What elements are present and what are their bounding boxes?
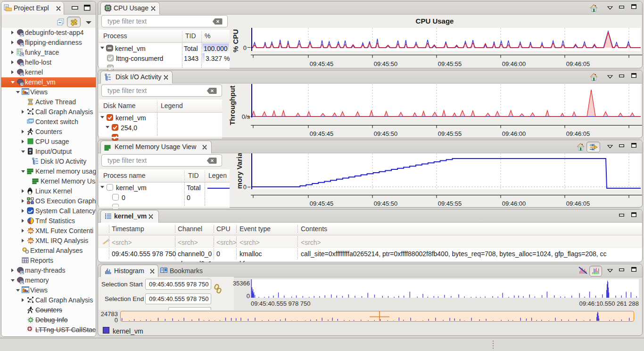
svg-text:XML: XML xyxy=(28,230,34,233)
svg-text:XML: XML xyxy=(28,240,34,242)
